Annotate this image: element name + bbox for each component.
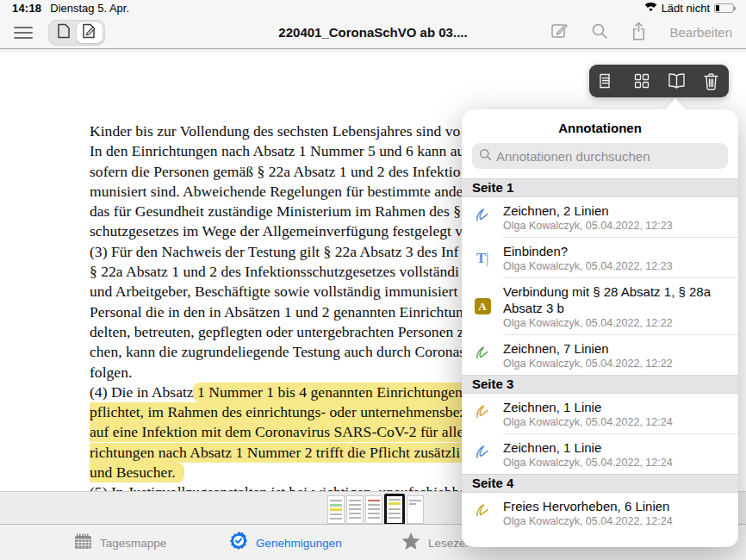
annotation-list-item[interactable]: Zeichnen, 7 LinienOlga Kowalczyk, 05.04.… — [503, 334, 738, 375]
search-icon[interactable] — [591, 22, 608, 43]
clock: 14:18 — [12, 2, 41, 15]
document-text-line: § 22a Absatz 1 und 2 des Infektionsschut… — [90, 262, 498, 282]
top-toolbar: 220401_CoronaSchVO ab 03.... Bearbeiten — [0, 16, 746, 49]
page-thumbnail-5[interactable] — [407, 495, 424, 524]
compose-icon[interactable] — [550, 22, 569, 43]
status-date: Dienstag 5. Apr. — [50, 2, 129, 15]
annotation-search-field[interactable] — [472, 143, 728, 169]
annotation-list-item[interactable]: Zeichnen, 1 LinieOlga Kowalczyk, 05.04.2… — [462, 394, 738, 433]
annotation-title: Zeichnen, 1 Linie — [503, 399, 673, 415]
document-text-line: In den Einrichtungen nach Absatz 1 Numme… — [90, 141, 498, 161]
highlighted-text: und Besucher. — [90, 463, 184, 482]
document-text-line: schutzgesetzes im Wege der Allgemeinverf… — [90, 221, 498, 241]
highlighted-text: 1 Nummer 1 bis 4 genannten Einrichtungen — [193, 383, 471, 402]
calendar-icon — [74, 533, 92, 553]
document-text-line: chen, kann die zugrundeliegende Testung … — [90, 342, 498, 362]
page-thumbnail-4-selected[interactable] — [384, 494, 405, 526]
annotation-list-icon[interactable] — [592, 66, 621, 96]
edit-button[interactable]: Bearbeiten — [669, 25, 732, 40]
draw-yellow-pen-icon — [474, 502, 491, 523]
popover-arrow — [664, 98, 687, 110]
annotation-list: Seite 1Zeichnen, 2 LinienOlga Kowalczyk,… — [462, 178, 738, 532]
annotation-author-date: Olga Kowalczyk, 05.04.2022, 12:23 — [503, 220, 673, 232]
share-icon[interactable] — [631, 22, 647, 44]
tab-label: Genehmigungen — [256, 537, 342, 550]
wifi-icon — [644, 2, 657, 15]
highlighter-marker-icon: A — [475, 298, 491, 314]
draw-green-pen-icon — [474, 345, 491, 365]
annotation-author-date: Olga Kowalczyk, 05.04.2022, 12:24 — [503, 457, 673, 469]
document-text-line: und Arbeitgeber, Beschäftigte sowie voll… — [90, 282, 498, 302]
tab-label: Tagesmappe — [100, 537, 166, 550]
document-text-line: sofern die Personen gemäß § 22a Absatz 1… — [90, 162, 498, 182]
highlighted-text: auf eine Infektion mit dem Coronavirus S… — [90, 422, 472, 442]
document-text-line: (3) Für den Nachweis der Testung gilt § … — [90, 242, 498, 262]
document-text-line: delten, betreuten, gepflegten oder unter… — [90, 322, 498, 342]
page-thumbnail-3[interactable] — [365, 495, 382, 524]
annotation-author-date: Olga Kowalczyk, 05.04.2022, 12:24 — [503, 416, 673, 428]
annotation-list-item[interactable]: AVerbindung mit § 28 Absatz 1, § 28a Abs… — [503, 277, 738, 334]
menu-icon[interactable] — [14, 27, 33, 39]
highlighted-text: pflichtet, im Rahmen des einrichtungs- o… — [90, 402, 475, 422]
annotation-author-date: Olga Kowalczyk, 05.04.2022, 12:23 — [503, 260, 673, 272]
tab-genehmigungen[interactable]: Genehmigungen — [229, 525, 342, 560]
document-text-line: munisiert sind. Abweichende Regelungen f… — [90, 182, 498, 202]
tab-tagesmappe[interactable]: Tagesmappe — [74, 525, 166, 560]
document-icon — [57, 23, 71, 42]
trash-icon[interactable] — [697, 66, 726, 96]
status-bar: 14:18 Dienstag 5. Apr. Lädt nicht — [0, 0, 746, 16]
annotation-author-date: Olga Kowalczyk, 05.04.2022, 12:24 — [503, 515, 673, 527]
document-edit-icon — [82, 23, 97, 42]
annotation-author-date: Olga Kowalczyk, 05.04.2022, 12:22 — [503, 317, 730, 329]
annotation-title: Einbinden? — [503, 243, 673, 259]
highlighted-text: richtungen nach Absatz 1 Nummer 2 trifft… — [90, 443, 469, 463]
section-header: Seite 4 — [462, 474, 738, 493]
document-text-line: Kinder bis zur Vollendung des sechsten L… — [90, 121, 498, 141]
section-header: Seite 1 — [462, 178, 738, 197]
page-thumbnail-2[interactable] — [346, 495, 364, 524]
document-text-line: (4) Die in Absatz 1 Nummer 1 bis 4 genan… — [90, 383, 498, 402]
annotation-list-item[interactable]: Zeichnen, 2 LinienOlga Kowalczyk, 05.04.… — [462, 197, 738, 237]
page-thumbnail-1[interactable] — [327, 495, 345, 524]
annotate-view-button[interactable] — [77, 22, 103, 43]
annotations-panel: Annotationen Seite 1Zeichnen, 2 LinienOl… — [462, 109, 738, 547]
document-text-line: das für Gesundheit zuständige Ministeriu… — [90, 202, 498, 221]
page-view-button[interactable] — [51, 22, 77, 43]
annotation-title: Zeichnen, 2 Linien — [503, 202, 673, 219]
document-text-line: folgen. — [90, 363, 498, 383]
annotation-toolbar — [589, 65, 729, 97]
search-input[interactable] — [496, 149, 721, 164]
section-header: Seite 3 — [462, 375, 738, 394]
search-icon — [479, 148, 492, 165]
document-text-line: Personal die in den in Absätzen 1 und 2 … — [90, 302, 498, 322]
annotations-book-icon[interactable] — [662, 66, 691, 96]
document-text-line: auf eine Infektion mit dem Coronavirus S… — [90, 422, 498, 442]
document-text: Kinder bis zur Vollendung des sechsten L… — [90, 121, 498, 543]
text-note-icon: T| — [476, 251, 489, 265]
annotation-list-item[interactable]: Freies Hervorheben, 6 LinienOlga Kowalcz… — [462, 493, 738, 532]
document-text-line: richtungen nach Absatz 1 Nummer 2 trifft… — [90, 443, 498, 463]
draw-blue-pen-icon — [474, 444, 491, 464]
document-text-line: und Besucher. — [90, 463, 498, 482]
approval-badge-icon — [229, 532, 248, 554]
battery-status-label: Lädt nicht — [662, 2, 710, 15]
annotation-title: Zeichnen, 7 Linien — [503, 340, 673, 357]
annotation-list-item[interactable]: Zeichnen, 1 LinieOlga Kowalczyk, 05.04.2… — [503, 433, 738, 474]
annotation-author-date: Olga Kowalczyk, 05.04.2022, 12:22 — [503, 358, 673, 370]
annotation-list-item[interactable]: T|Einbinden?Olga Kowalczyk, 05.04.2022, … — [503, 237, 738, 277]
panel-title: Annotationen — [462, 109, 738, 143]
annotation-title: Zeichnen, 1 Linie — [503, 439, 673, 456]
thumbnails-grid-icon[interactable] — [627, 66, 656, 96]
annotation-title: Freies Hervorheben, 6 Linien — [503, 498, 673, 514]
annotation-title: Verbindung mit § 28 Absatz 1, § 28a Absa… — [503, 283, 730, 316]
battery-icon — [714, 3, 734, 13]
document-text-line: pflichtet, im Rahmen des einrichtungs- o… — [90, 402, 498, 422]
draw-orange-pen-icon — [474, 403, 491, 424]
star-icon — [401, 532, 420, 554]
draw-blue-pen-icon — [474, 207, 491, 227]
view-mode-segmented-control — [48, 20, 105, 46]
